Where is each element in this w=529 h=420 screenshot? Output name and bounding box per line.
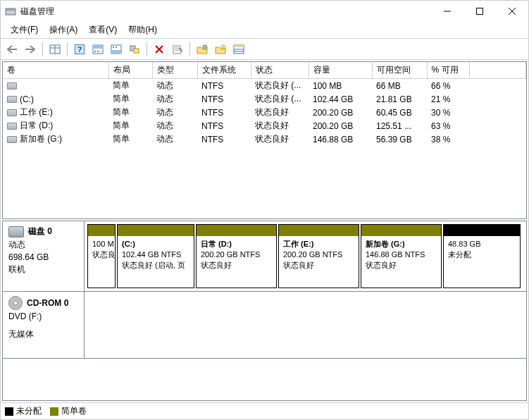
- menu-file[interactable]: 文件(F): [5, 22, 44, 38]
- partition-color-bar: [444, 225, 520, 236]
- menu-bar: 文件(F) 操作(A) 查看(V) 帮助(H): [1, 22, 528, 39]
- partition-color-bar: [118, 225, 194, 236]
- legend-unallocated: 未分配: [5, 405, 42, 417]
- title-bar: 磁盘管理: [1, 1, 528, 22]
- column-header-row: 卷 布局 类型 文件系统 状态 容量 可用空间 % 可用: [3, 62, 526, 79]
- toolbar: ?: [1, 39, 528, 60]
- new-folder-button[interactable]: [194, 41, 211, 58]
- folder-settings-button[interactable]: [212, 41, 229, 58]
- svg-point-32: [223, 47, 224, 48]
- partition-color-bar: [197, 225, 276, 236]
- menu-view[interactable]: 查看(V): [83, 22, 123, 38]
- settings-button[interactable]: [126, 41, 143, 58]
- toolbar-separator: [42, 42, 43, 56]
- volume-icon: [7, 109, 17, 116]
- disk-graphical-pane[interactable]: 磁盘 0 动态 698.64 GB 联机 100 M状态良(C:)102.44 …: [2, 221, 527, 401]
- svg-rect-14: [93, 45, 103, 49]
- volume-icon: [7, 136, 17, 143]
- partition[interactable]: 日常 (D:)200.20 GB NTFS状态良好: [196, 224, 277, 288]
- menu-action[interactable]: 操作(A): [44, 22, 83, 38]
- col-pct[interactable]: % 可用: [427, 62, 469, 79]
- col-free[interactable]: 可用空间: [372, 62, 427, 79]
- col-type[interactable]: 类型: [152, 62, 197, 79]
- volume-icon: [7, 96, 17, 103]
- partition[interactable]: 48.83 GB未分配: [443, 224, 521, 288]
- swatch-olive: [50, 407, 58, 416]
- cdrom-header: CD-ROM 0 DVD (F:) 无媒体: [3, 292, 85, 358]
- cdrom-status: 无媒体: [8, 328, 78, 340]
- disk-size: 698.64 GB: [8, 252, 78, 262]
- svg-rect-1: [6, 8, 15, 11]
- disk-row-0[interactable]: 磁盘 0 动态 698.64 GB 联机 100 M状态良(C:)102.44 …: [3, 221, 526, 292]
- disk-type: 动态: [8, 239, 78, 251]
- window-title: 磁盘管理: [20, 6, 431, 18]
- svg-rect-3: [477, 8, 483, 15]
- svg-point-16: [97, 51, 99, 52]
- view-panes-button[interactable]: [46, 41, 63, 58]
- legend-bar: 未分配 简单卷: [1, 402, 528, 419]
- toolbar-separator: [147, 42, 147, 56]
- svg-point-19: [113, 47, 114, 48]
- swatch-black: [5, 407, 13, 416]
- cdrom-partitions: [85, 292, 526, 358]
- table-row[interactable]: (C:)简单动态NTFS状态良好 (...102.44 GB21.81 GB21…: [3, 92, 526, 106]
- volume-icon: [7, 123, 17, 130]
- toolbar-separator: [67, 42, 68, 56]
- volume-table: 卷 布局 类型 文件系统 状态 容量 可用空间 % 可用 简单动态NTFS状态良…: [3, 62, 526, 146]
- svg-text:?: ?: [77, 45, 82, 54]
- svg-point-15: [94, 51, 96, 52]
- toolbar-separator: [189, 42, 190, 56]
- volume-icon: [7, 82, 17, 89]
- table-row[interactable]: 简单动态NTFS状态良好 (...100 MB66 MB66 %: [3, 79, 526, 93]
- col-layout[interactable]: 布局: [108, 62, 152, 79]
- col-fs[interactable]: 文件系统: [197, 62, 251, 79]
- menu-help[interactable]: 帮助(H): [123, 22, 163, 38]
- nav-back-button[interactable]: [4, 41, 20, 58]
- disk-icon: [8, 226, 24, 237]
- volume-list-pane[interactable]: 卷 布局 类型 文件系统 状态 容量 可用空间 % 可用 简单动态NTFS状态良…: [2, 61, 527, 219]
- view-bottom-button[interactable]: [108, 41, 125, 58]
- partition[interactable]: (C:)102.44 GB NTFS状态良好 (启动, 页: [117, 224, 194, 288]
- table-row[interactable]: 工作 (E:)简单动态NTFS状态良好200.20 GB60.45 GB30 %: [3, 106, 526, 119]
- partition-color-bar: [88, 225, 115, 236]
- legend-simple-volume: 简单卷: [50, 405, 87, 417]
- col-spacer: [469, 62, 526, 79]
- nav-forward-button[interactable]: [22, 41, 39, 58]
- cdrom-icon: [8, 296, 23, 310]
- close-button[interactable]: [496, 1, 528, 22]
- svg-point-20: [116, 47, 117, 48]
- maximize-button[interactable]: [463, 1, 496, 22]
- partition[interactable]: 工作 (E:)200.20 GB NTFS状态良好: [278, 224, 359, 288]
- svg-rect-22: [134, 49, 139, 53]
- svg-rect-18: [111, 50, 121, 54]
- disk-row-cdrom[interactable]: CD-ROM 0 DVD (F:) 无媒体: [3, 292, 526, 359]
- view-top-button[interactable]: [89, 41, 106, 58]
- col-capacity[interactable]: 容量: [309, 62, 372, 79]
- delete-button[interactable]: [151, 41, 168, 58]
- disk-status: 联机: [8, 264, 78, 276]
- view-list-button[interactable]: [230, 41, 247, 58]
- partition[interactable]: 新加卷 (G:)146.88 GB NTFS状态良好: [361, 224, 442, 288]
- window-controls: [431, 1, 528, 22]
- svg-rect-34: [234, 45, 244, 47]
- disk-partitions: 100 M状态良(C:)102.44 GB NTFS状态良好 (启动, 页日常 …: [85, 221, 526, 291]
- table-row[interactable]: 新加卷 (G:)简单动态NTFS状态良好146.88 GB56.39 GB38 …: [3, 132, 526, 146]
- partition-color-bar: [279, 225, 359, 236]
- app-icon: [5, 6, 16, 17]
- disk-name: 磁盘 0: [28, 226, 52, 237]
- help-button[interactable]: ?: [71, 41, 88, 58]
- minimize-button[interactable]: [431, 1, 463, 22]
- cdrom-name: CD-ROM 0: [27, 298, 68, 308]
- col-status[interactable]: 状态: [251, 62, 309, 79]
- partition[interactable]: 100 M状态良: [87, 224, 116, 288]
- cdrom-type: DVD (F:): [8, 311, 78, 321]
- properties-button[interactable]: [169, 41, 186, 58]
- col-volume[interactable]: 卷: [3, 62, 108, 79]
- partition-color-bar: [361, 225, 441, 236]
- disk-header-0: 磁盘 0 动态 698.64 GB 联机: [3, 221, 85, 291]
- table-row[interactable]: 日常 (D:)简单动态NTFS状态良好200.20 GB125.51 ...63…: [3, 119, 526, 132]
